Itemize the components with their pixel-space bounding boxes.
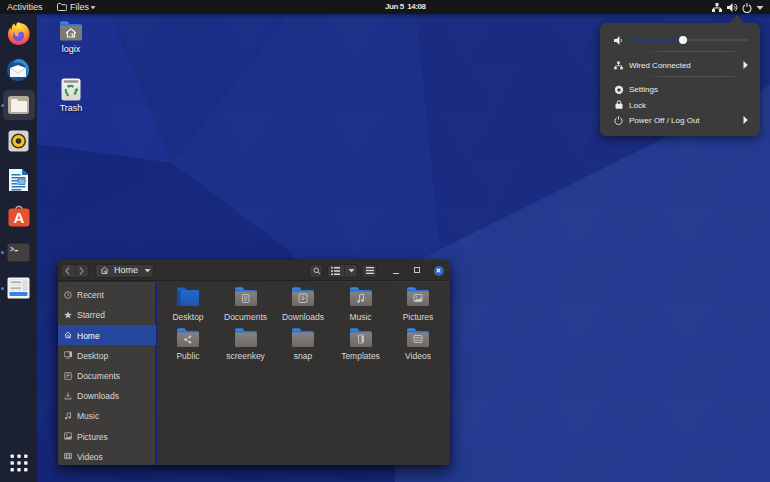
svg-text:A: A: [13, 209, 24, 226]
